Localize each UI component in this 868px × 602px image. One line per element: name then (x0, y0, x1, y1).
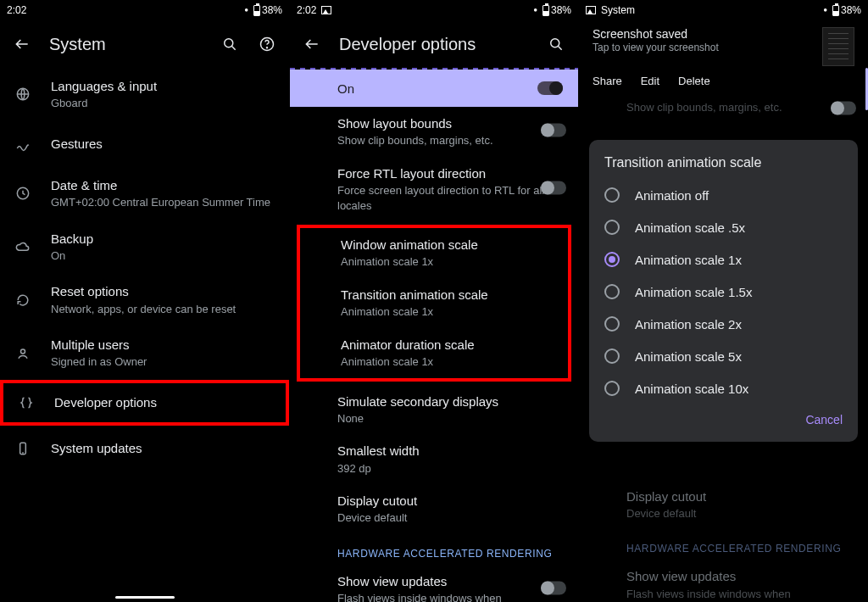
item-sub: Device default (626, 506, 853, 521)
scale-option-animation-scale-5x[interactable]: Animation scale .5x (604, 211, 843, 243)
system-settings-pane: 2:02 ● 38% System Languages & inputGboar… (0, 0, 289, 602)
status-bar: 2:02 ● 38% (290, 0, 578, 20)
master-toggle-label: On (337, 81, 354, 96)
option-label: Animation scale 1x (635, 253, 742, 267)
page-title: System (49, 35, 203, 54)
animation-scale-dialog-pane: System ● 38% Screenshot saved Tap to vie… (578, 0, 868, 602)
radio-icon (604, 381, 620, 396)
item-title: Reset options (51, 283, 275, 300)
dev-item-animator-duration-scale[interactable]: Animator duration scaleAnimation scale 1… (300, 328, 568, 378)
clock-icon (14, 185, 32, 202)
item-title: Simulate secondary displays (337, 393, 563, 410)
animation-scale-highlight: Window animation scaleAnimation scale 1x… (297, 225, 571, 381)
item-title: Show view updates (626, 568, 853, 585)
dev-item-display-cutout: Display cutoutDevice default (579, 480, 868, 530)
notification-action-delete[interactable]: Delete (678, 75, 710, 87)
section-header: Hardware accelerated rendering (290, 534, 578, 565)
status-time: 2:02 (7, 4, 26, 16)
dev-item-transition-animation-scale[interactable]: Transition animation scaleAnimation scal… (300, 278, 568, 328)
item-title: Multiple users (51, 337, 275, 354)
status-dot-icon: ● (244, 7, 248, 14)
item-sub: Animation scale 1x (341, 254, 553, 270)
toggle-switch[interactable] (541, 582, 566, 595)
scale-option-animation-scale-5x[interactable]: Animation scale 5x (604, 340, 843, 372)
item-sub: 392 dp (337, 461, 563, 477)
scale-option-animation-scale-10x[interactable]: Animation scale 10x (604, 372, 843, 404)
item-title: Display cutout (626, 488, 853, 505)
scale-option-animation-scale-1-5x[interactable]: Animation scale 1.5x (604, 276, 843, 308)
help-icon[interactable] (257, 34, 277, 54)
item-title: Animator duration scale (341, 337, 553, 354)
status-dot-icon: ● (533, 7, 537, 14)
dev-item-display-cutout[interactable]: Display cutoutDevice default (290, 484, 578, 534)
gesture-icon (14, 136, 32, 153)
search-icon[interactable] (546, 34, 566, 54)
section-header: Hardware accelerated rendering (579, 529, 868, 560)
item-title: Backup (51, 231, 275, 248)
battery-indicator: 38% (542, 4, 571, 16)
system-item-multiple-users[interactable]: Multiple usersSigned in as Owner (0, 326, 289, 380)
header-bar: Developer options (290, 20, 578, 68)
item-sub: None (337, 411, 563, 426)
option-label: Animation scale 5x (635, 349, 742, 364)
cloud-icon (14, 238, 32, 255)
svg-point-5 (21, 349, 25, 354)
dev-list: Show layout boundsShow clip bounds, marg… (290, 107, 578, 221)
toggle-switch[interactable] (541, 181, 566, 194)
switch-on-icon[interactable] (537, 81, 563, 95)
back-icon[interactable] (12, 34, 32, 54)
scale-option-animation-off[interactable]: Animation off (604, 179, 843, 211)
screenshot-notification[interactable]: Screenshot saved Tap to view your screen… (579, 20, 868, 96)
developer-options-master-toggle[interactable]: On (290, 70, 578, 107)
battery-indicator: 38% (832, 4, 861, 16)
system-item-gestures[interactable]: Gestures (0, 121, 289, 167)
bg-item-clip-bounds: Show clip bounds, margins, etc. (579, 96, 868, 124)
page-title: Developer options (339, 35, 529, 54)
item-sub: Network, apps, or device can be reset (51, 302, 275, 317)
radio-icon (604, 316, 620, 332)
radio-icon (604, 220, 620, 235)
toggle-switch[interactable] (541, 124, 566, 137)
screenshot-thumbnail[interactable] (822, 27, 854, 66)
battery-icon (253, 5, 260, 16)
status-time: 2:02 (297, 4, 316, 16)
status-app-label: System (601, 4, 635, 16)
notification-action-share[interactable]: Share (593, 75, 622, 87)
system-item-date-time[interactable]: Date & timeGMT+02:00 Central European Su… (0, 167, 289, 220)
back-icon[interactable] (302, 34, 322, 54)
option-label: Animation scale .5x (635, 220, 745, 235)
dev-item-show-view-updates[interactable]: Show view updatesFlash views inside wind… (290, 565, 578, 602)
dev-item-simulate-secondary-displays[interactable]: Simulate secondary displaysNone (290, 385, 578, 435)
dialog-title: Transition animation scale (604, 155, 843, 170)
item-title: Smallest width (337, 443, 563, 460)
system-item-backup[interactable]: BackupOn (0, 220, 289, 274)
notification-title: Screenshot saved (593, 27, 719, 41)
globe-icon (14, 86, 32, 103)
radio-icon (604, 187, 620, 203)
notification-action-edit[interactable]: Edit (641, 75, 659, 87)
scale-option-animation-scale-2x[interactable]: Animation scale 2x (604, 308, 843, 340)
system-item-system-updates[interactable]: System updates (0, 426, 289, 471)
radio-icon (604, 252, 620, 267)
item-sub: Show clip bounds, margins, etc. (337, 133, 563, 148)
scale-option-animation-scale-1x[interactable]: Animation scale 1x (604, 243, 843, 276)
dev-item-window-animation-scale[interactable]: Window animation scaleAnimation scale 1x (300, 228, 568, 278)
system-item-developer-options[interactable]: Developer options (0, 380, 289, 426)
system-item-reset-options[interactable]: Reset optionsNetwork, apps, or device ca… (0, 273, 289, 326)
nav-pill[interactable] (115, 596, 175, 599)
search-icon[interactable] (220, 34, 240, 54)
dev-item-smallest-width[interactable]: Smallest width392 dp (290, 434, 578, 484)
dev-item-show-layout-bounds[interactable]: Show layout boundsShow clip bounds, marg… (290, 107, 578, 157)
item-sub: Flash views inside windows when (626, 587, 853, 602)
option-label: Animation scale 10x (635, 382, 748, 396)
system-item-languages-input[interactable]: Languages & inputGboard (0, 68, 289, 121)
item-sub: Signed in as Owner (51, 354, 275, 370)
item-title: Gestures (51, 136, 275, 153)
option-label: Animation off (635, 188, 709, 203)
developer-options-pane: 2:02 ● 38% Developer options On Show lay… (289, 0, 578, 602)
screenshot-notif-icon (586, 6, 596, 14)
dev-item-force-rtl-layout-direction[interactable]: Force RTL layout directionForce screen l… (290, 157, 578, 221)
cancel-button[interactable]: Cancel (805, 413, 843, 426)
item-title: Show layout bounds (337, 115, 563, 132)
item-title: Date & time (51, 177, 275, 194)
